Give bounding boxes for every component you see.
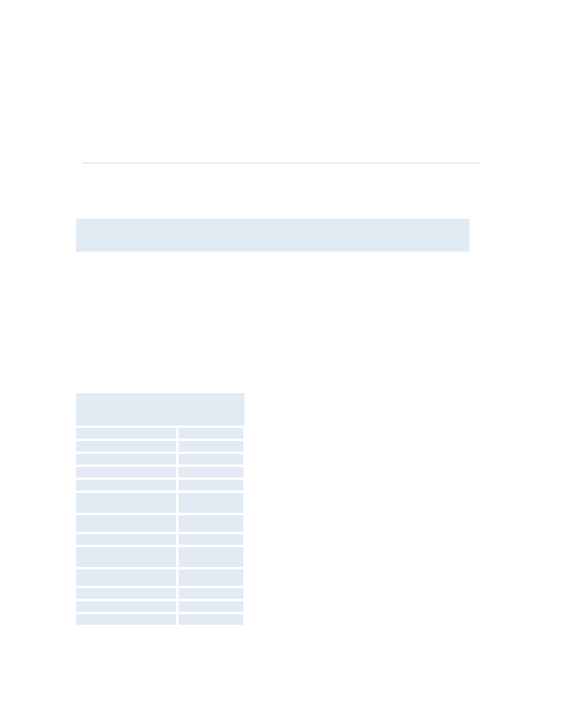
table-cell-value bbox=[178, 454, 243, 465]
table-row bbox=[76, 467, 244, 477]
spec-table bbox=[76, 393, 244, 627]
table-cell-label bbox=[76, 441, 176, 452]
table-cell-value bbox=[178, 441, 243, 452]
table-cell-label bbox=[76, 569, 176, 586]
document-page bbox=[0, 0, 562, 728]
table-row bbox=[76, 588, 244, 599]
table-row bbox=[76, 493, 244, 513]
table-cell-label bbox=[76, 480, 176, 490]
table-row bbox=[76, 547, 244, 567]
table-cell-value bbox=[178, 569, 243, 586]
table-cell-value bbox=[178, 614, 243, 625]
table-row bbox=[76, 534, 244, 545]
table-row bbox=[76, 441, 244, 452]
table-row bbox=[76, 428, 244, 439]
table-cell-value bbox=[178, 428, 243, 439]
table-cell-value bbox=[178, 547, 243, 567]
table-cell-value bbox=[178, 601, 243, 612]
table-row bbox=[76, 515, 244, 532]
table-row bbox=[76, 601, 244, 612]
table-cell-value bbox=[178, 493, 243, 513]
table-cell-value bbox=[178, 588, 243, 599]
table-row bbox=[76, 614, 244, 625]
table-cell-label bbox=[76, 428, 176, 439]
table-cell-label bbox=[76, 467, 176, 477]
table-cell-value bbox=[178, 515, 243, 532]
table-cell-value bbox=[178, 534, 243, 545]
table-cell-label bbox=[76, 454, 176, 465]
table-cell-label bbox=[76, 547, 176, 567]
table-cell-label bbox=[76, 515, 176, 532]
section-divider bbox=[82, 163, 480, 163]
table-row bbox=[76, 569, 244, 586]
spec-table-header bbox=[76, 393, 244, 426]
note-banner bbox=[76, 219, 470, 252]
table-cell-label bbox=[76, 534, 176, 545]
table-cell-label bbox=[76, 588, 176, 599]
table-cell-label bbox=[76, 614, 176, 625]
table-cell-label bbox=[76, 601, 176, 612]
table-row bbox=[76, 454, 244, 465]
table-cell-value bbox=[178, 467, 243, 477]
table-cell-label bbox=[76, 493, 176, 513]
table-cell-value bbox=[178, 480, 243, 490]
table-row bbox=[76, 480, 244, 490]
